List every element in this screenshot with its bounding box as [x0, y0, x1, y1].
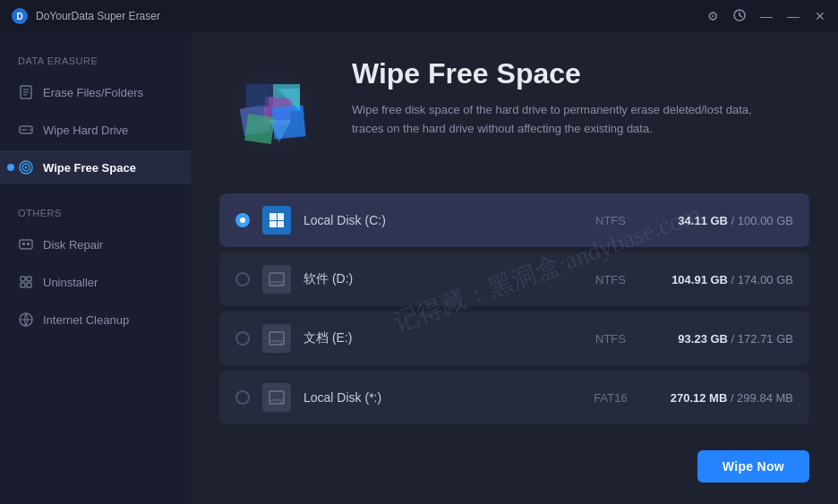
sidebar-item-erase-files[interactable]: Erase Files/Folders	[0, 75, 191, 109]
wipe-now-button[interactable]: Wipe Now	[697, 450, 809, 483]
svg-rect-18	[21, 277, 25, 281]
wipe-hard-drive-icon	[18, 122, 34, 138]
svg-point-37	[280, 402, 282, 404]
bottom-bar: Wipe Now	[219, 436, 809, 483]
titlebar: D DoYourData Super Eraser ⚙ — — ✕	[0, 0, 838, 32]
sidebar-item-wipe-hard-drive[interactable]: Wipe Hard Drive	[0, 113, 191, 147]
svg-rect-32	[269, 332, 284, 345]
svg-rect-19	[27, 277, 31, 281]
wipe-hard-drive-label: Wipe Hard Drive	[43, 124, 128, 137]
disk-repair-label: Disk Repair	[43, 238, 103, 252]
sidebar: Data Erasure Erase Files/Folders	[0, 32, 191, 504]
disk-size-d: 104.91 GB / 174.00 GB	[650, 273, 793, 286]
svg-rect-29	[269, 273, 284, 286]
clock-icon[interactable]	[732, 9, 747, 24]
svg-point-34	[280, 343, 282, 345]
disk-row-d[interactable]: 软件 (D:) NTFS 104.91 GB / 174.00 GB	[219, 252, 809, 306]
hero-text: Wipe Free Space Wipe free disk space of …	[352, 57, 809, 139]
svg-rect-15	[20, 240, 32, 249]
disk-icon-c	[262, 206, 291, 235]
sidebar-item-disk-repair[interactable]: Disk Repair	[0, 227, 191, 261]
disk-name-e: 文档 (E:)	[304, 330, 571, 346]
disk-fs-e: NTFS	[584, 332, 637, 346]
svg-rect-27	[269, 221, 277, 227]
disk-name-d: 软件 (D:)	[304, 271, 571, 287]
disk-list: Local Disk (C:) NTFS 34.11 GB / 100.00 G…	[219, 193, 809, 436]
svg-rect-20	[21, 283, 25, 287]
content-area: 记得藏：黑洞盒·andybase.com	[191, 32, 838, 504]
hero-section: Wipe Free Space Wipe free disk space of …	[219, 57, 809, 165]
disk-icon-d	[262, 265, 291, 294]
disk-row-star[interactable]: Local Disk (*:) FAT16 270.12 MB / 299.84…	[219, 371, 809, 424]
hero-description: Wipe free disk space of the hard drive t…	[352, 101, 782, 139]
svg-text:D: D	[16, 12, 22, 21]
disk-fs-star: FAT16	[584, 391, 637, 405]
main-layout: Data Erasure Erase Files/Folders	[0, 32, 838, 504]
hero-logo	[219, 57, 327, 165]
disk-size-c: 34.11 GB / 100.00 GB	[650, 214, 793, 227]
close-icon[interactable]: ✕	[813, 9, 827, 23]
svg-point-14	[25, 167, 28, 169]
settings-icon[interactable]: ⚙	[705, 9, 720, 23]
uninstaller-icon	[18, 274, 34, 290]
sidebar-item-uninstaller[interactable]: Uninstaller	[0, 265, 191, 299]
svg-point-31	[280, 284, 282, 286]
disk-repair-icon	[18, 236, 34, 252]
wipe-free-space-icon	[18, 159, 34, 175]
radio-star[interactable]	[235, 390, 250, 405]
internet-cleanup-icon	[18, 312, 34, 328]
disk-size-e: 93.23 GB / 172.71 GB	[650, 332, 793, 346]
sidebar-item-wipe-free-space[interactable]: Wipe Free Space	[0, 150, 191, 184]
disk-icon-star	[262, 383, 291, 412]
svg-rect-21	[27, 283, 31, 287]
svg-rect-28	[278, 221, 284, 227]
disk-fs-d: NTFS	[584, 273, 637, 286]
svg-rect-25	[269, 213, 277, 220]
app-logo: D	[11, 7, 29, 25]
uninstaller-label: Uninstaller	[43, 276, 98, 289]
maximize-icon[interactable]: —	[786, 9, 800, 23]
erase-files-label: Erase Files/Folders	[43, 86, 143, 99]
svg-rect-35	[269, 391, 284, 404]
radio-c[interactable]	[235, 213, 250, 227]
disk-name-star: Local Disk (*:)	[304, 390, 571, 405]
disk-size-star: 270.12 MB / 299.84 MB	[650, 391, 793, 405]
svg-rect-17	[27, 243, 30, 245]
radio-d[interactable]	[235, 272, 250, 286]
disk-name-c: Local Disk (C:)	[304, 213, 571, 227]
disk-icon-e	[262, 324, 291, 353]
disk-fs-c: NTFS	[584, 214, 637, 227]
erase-files-icon	[18, 84, 34, 100]
svg-rect-26	[278, 213, 284, 220]
active-indicator	[7, 164, 14, 171]
internet-cleanup-label: Internet Cleanup	[43, 313, 129, 327]
minimize-icon[interactable]: —	[759, 9, 774, 23]
hero-title: Wipe Free Space	[352, 57, 809, 90]
sidebar-item-internet-cleanup[interactable]: Internet Cleanup	[0, 303, 191, 337]
others-section-label: Others	[0, 201, 191, 224]
disk-row-e[interactable]: 文档 (E:) NTFS 93.23 GB / 172.71 GB	[219, 312, 809, 365]
radio-e[interactable]	[235, 331, 250, 346]
app-title: DoYourData Super Eraser	[36, 10, 705, 22]
svg-line-4	[740, 15, 742, 17]
svg-point-10	[30, 129, 31, 131]
window-controls: ⚙ — — ✕	[705, 9, 827, 24]
svg-rect-16	[22, 243, 25, 245]
disk-row-c[interactable]: Local Disk (C:) NTFS 34.11 GB / 100.00 G…	[219, 193, 809, 247]
data-erasure-section-label: Data Erasure	[0, 48, 191, 72]
wipe-free-space-label: Wipe Free Space	[43, 161, 136, 175]
